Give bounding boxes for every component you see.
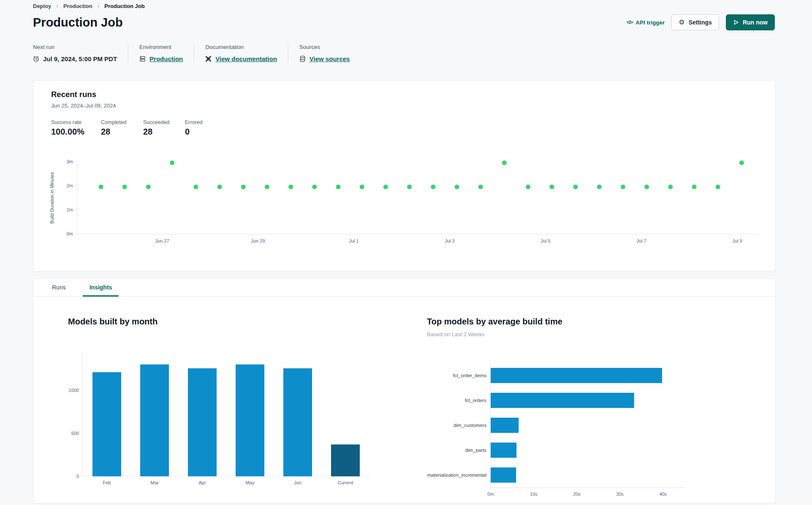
- svg-text:500: 500: [71, 431, 79, 436]
- environment-label: Environment: [139, 44, 183, 50]
- meta-documentation: Documentation View documentation: [205, 44, 288, 62]
- breadcrumb-production-job: Production Job: [104, 3, 144, 9]
- run-dot[interactable]: [288, 184, 293, 189]
- svg-text:20s: 20s: [573, 491, 581, 497]
- api-trigger-label: API trigger: [635, 19, 665, 26]
- breadcrumb-production[interactable]: Production: [63, 3, 92, 9]
- clock-icon: [33, 56, 39, 62]
- svg-text:Jul 1: Jul 1: [349, 238, 358, 243]
- svg-text:1m: 1m: [67, 207, 73, 212]
- svg-text:dim_parts: dim_parts: [465, 448, 487, 453]
- view-sources-link[interactable]: View sources: [310, 55, 350, 62]
- meta-environment: Environment Production: [139, 44, 194, 62]
- recent-runs-card: Recent runs Jun 25, 2024–Jul 09, 2024 Su…: [33, 80, 776, 272]
- run-dot[interactable]: [668, 184, 673, 189]
- play-icon: [733, 19, 739, 25]
- run-dot[interactable]: [478, 184, 483, 189]
- breadcrumb: Deploy › Production › Production Job: [33, 3, 145, 9]
- top-models-subtitle: Based on Last 2 Weeks: [427, 331, 485, 338]
- run-dot[interactable]: [549, 184, 554, 189]
- job-meta-row: Next run Jul 9, 2024, 5:00 PM PDT Enviro…: [33, 44, 372, 62]
- run-dot[interactable]: [597, 184, 602, 189]
- next-run-label: Next run: [33, 44, 117, 50]
- svg-text:Jun: Jun: [294, 480, 301, 485]
- run-dot[interactable]: [739, 160, 744, 165]
- page-header: Production Job </> API trigger ⚙ Setting…: [33, 14, 775, 30]
- model-bar-fct_order_items: [491, 368, 662, 383]
- run-dot[interactable]: [644, 184, 649, 189]
- model-bar-dim_parts: [491, 443, 516, 458]
- stat-success-rate: Success rate 100.00%: [51, 119, 101, 137]
- svg-text:Apr: Apr: [198, 480, 206, 485]
- model-bar-fct_orders: [491, 393, 634, 408]
- insights-card: Runs Insights Models built by month 0500…: [33, 278, 776, 504]
- month-bar-mar: [140, 365, 169, 476]
- run-dot[interactable]: [312, 184, 317, 189]
- svg-text:0: 0: [76, 474, 79, 479]
- run-dot[interactable]: [526, 184, 530, 189]
- meta-sources: Sources View sources: [299, 44, 361, 62]
- run-dot[interactable]: [122, 184, 127, 189]
- run-dot[interactable]: [383, 184, 388, 189]
- tab-runs[interactable]: Runs: [45, 279, 73, 297]
- svg-text:fct_order_items: fct_order_items: [453, 373, 487, 378]
- svg-text:2m: 2m: [67, 183, 73, 188]
- run-dot[interactable]: [265, 184, 269, 189]
- run-dot[interactable]: [716, 184, 720, 189]
- stat-succeeded: Succeeded 28: [143, 119, 185, 137]
- run-dot[interactable]: [455, 184, 459, 189]
- run-dot[interactable]: [573, 184, 578, 189]
- page-title: Production Job: [33, 16, 123, 30]
- run-dot[interactable]: [431, 184, 435, 189]
- run-dot[interactable]: [336, 184, 341, 189]
- run-now-label: Run now: [743, 19, 768, 26]
- dbt-logo-icon: [205, 56, 212, 62]
- svg-text:0m: 0m: [67, 231, 73, 236]
- run-dot[interactable]: [692, 184, 697, 189]
- run-dot[interactable]: [241, 184, 246, 189]
- recent-runs-title: Recent runs: [51, 90, 96, 99]
- run-dot[interactable]: [170, 160, 174, 165]
- environment-icon: [139, 56, 146, 62]
- svg-text:dim_customers: dim_customers: [454, 423, 486, 428]
- next-run-value: Jul 9, 2024, 5:00 PM PDT: [43, 55, 117, 62]
- header-actions: </> API trigger ⚙ Settings Run now: [627, 14, 775, 30]
- breadcrumb-deploy[interactable]: Deploy: [33, 3, 51, 9]
- svg-text:Jul 7: Jul 7: [636, 238, 646, 243]
- run-dot[interactable]: [360, 184, 364, 189]
- month-bar-current: [331, 445, 360, 477]
- svg-text:Jul 3: Jul 3: [445, 238, 454, 243]
- month-bar-apr: [188, 368, 217, 476]
- tab-insights[interactable]: Insights: [83, 279, 119, 297]
- recent-runs-date-range: Jun 25, 2024–Jul 09, 2024: [51, 103, 116, 109]
- api-trigger-link[interactable]: </> API trigger: [627, 19, 665, 26]
- production-job-page: Deploy › Production › Production Job Pro…: [0, 0, 812, 505]
- month-bar-jun: [283, 368, 312, 476]
- svg-text:30s: 30s: [616, 491, 624, 497]
- svg-text:May: May: [246, 480, 255, 485]
- run-dot[interactable]: [146, 184, 151, 189]
- svg-text:Feb: Feb: [103, 480, 111, 485]
- run-dot[interactable]: [407, 184, 412, 189]
- run-dot[interactable]: [99, 184, 103, 189]
- sources-label: Sources: [299, 44, 350, 50]
- model-bar-materialization_incremental: [491, 467, 516, 483]
- run-dot[interactable]: [193, 184, 198, 189]
- view-documentation-link[interactable]: View documentation: [215, 55, 277, 62]
- run-now-button[interactable]: Run now: [726, 14, 775, 30]
- svg-text:Current: Current: [338, 480, 353, 485]
- svg-text:fct_orders: fct_orders: [465, 398, 486, 403]
- insights-panel: Models built by month 05001000FebMarAprM…: [33, 297, 775, 503]
- svg-text:10s: 10s: [530, 491, 538, 497]
- month-bar-feb: [92, 372, 121, 476]
- settings-button[interactable]: ⚙ Settings: [671, 14, 719, 30]
- job-tabs: Runs Insights: [33, 279, 775, 297]
- svg-text:Jun 29: Jun 29: [251, 238, 265, 243]
- environment-link[interactable]: Production: [149, 55, 183, 62]
- run-dot[interactable]: [502, 160, 507, 165]
- run-dot[interactable]: [621, 184, 625, 189]
- run-duration-chart: Build Duration in Minutes0m1m2m3mJun 27J…: [43, 157, 767, 248]
- run-dot[interactable]: [217, 184, 222, 189]
- svg-text:40s: 40s: [659, 491, 667, 497]
- models-by-month-title: Models built by month: [68, 317, 158, 327]
